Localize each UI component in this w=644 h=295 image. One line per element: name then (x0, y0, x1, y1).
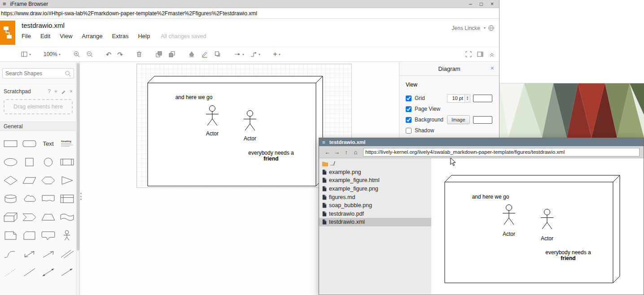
zoom-out-button[interactable] (86, 49, 93, 60)
cube-shape[interactable]: and here we go (148, 76, 323, 186)
insert-button[interactable]: + ▾ (273, 49, 280, 60)
shape-bidirectional-connector[interactable] (39, 263, 57, 282)
grid-color-swatch[interactable] (473, 95, 492, 102)
shape-document[interactable] (39, 190, 57, 208)
delete-button[interactable] (136, 49, 143, 60)
file-item[interactable]: figures.md (319, 193, 431, 201)
scratchpad-edit-icon[interactable] (61, 89, 66, 94)
scratchpad-close-icon[interactable]: × (70, 88, 73, 95)
minimize-button[interactable]: – (469, 1, 472, 7)
background-image-button[interactable]: Image (447, 115, 470, 124)
scratchpad-dropzone[interactable]: Drag elements here (4, 99, 73, 114)
shape-callout[interactable] (39, 226, 57, 245)
menu-file[interactable]: File (22, 33, 31, 39)
shape-textbox[interactable]: Heading (57, 134, 76, 153)
menu-extras[interactable]: Extras (112, 33, 129, 39)
section-general[interactable]: General (0, 121, 76, 131)
shape-triangle[interactable] (57, 171, 76, 190)
shape-trapezoid[interactable] (39, 208, 57, 226)
menu-arrange[interactable]: Arrange (82, 33, 102, 39)
shape-rectangle[interactable] (1, 134, 20, 153)
fill-color-button[interactable] (188, 49, 195, 60)
shape-text[interactable]: Text (39, 134, 57, 153)
scrollbar-thumb[interactable] (77, 63, 79, 251)
shape-curve[interactable] (1, 245, 20, 263)
zoom-select[interactable]: 100% ▾ (44, 49, 61, 60)
menu-help[interactable]: Help (138, 33, 150, 39)
shadow-checkbox[interactable] (406, 128, 412, 134)
shape-actor[interactable] (57, 226, 76, 245)
undo-button[interactable]: ↶ (106, 49, 112, 60)
shape-ellipse[interactable] (1, 153, 20, 171)
menu-view[interactable]: View (60, 33, 72, 39)
file-browser-titlebar[interactable]: ≡ testdrawio.xml (319, 138, 644, 146)
background-color-swatch[interactable] (473, 116, 492, 124)
browser-url-field[interactable] (0, 8, 499, 19)
shape-step[interactable] (20, 208, 39, 226)
back-button[interactable]: ← (323, 149, 332, 156)
shape-circle[interactable] (39, 153, 57, 171)
fit-page-button[interactable] (465, 49, 472, 60)
shape-parallelogram[interactable] (20, 171, 39, 190)
file-item[interactable]: example_figure.html (319, 176, 431, 185)
page-view-checkbox[interactable] (406, 106, 412, 112)
window-titlebar[interactable]: ≡ iFrame Browser – □ × (0, 0, 499, 8)
hamburger-icon[interactable]: ≡ (3, 0, 6, 7)
scratchpad-add-icon[interactable]: + (54, 88, 57, 95)
forward-button[interactable]: → (332, 149, 342, 156)
shape-dashed-line[interactable] (1, 263, 20, 282)
shape-hexagon[interactable] (39, 171, 57, 190)
shape-rounded-rectangle[interactable] (20, 134, 39, 153)
sidebar-resize-handle[interactable] (80, 193, 83, 200)
shape-arrow[interactable] (39, 245, 57, 263)
page-view-button[interactable]: ▾ (21, 49, 31, 60)
hamburger-icon[interactable]: ≡ (322, 139, 325, 145)
shape-link[interactable] (57, 245, 76, 263)
file-item-selected[interactable]: testdrawio.xml (319, 218, 431, 226)
shape-square[interactable] (20, 153, 39, 171)
file-item[interactable]: soap_bubble.png (319, 201, 431, 210)
format-panel-toggle[interactable] (477, 49, 484, 60)
shape-bidirectional-arrow[interactable] (20, 245, 39, 263)
file-item-parent[interactable]: ../ (319, 160, 431, 168)
file-item[interactable]: example_figure.png (319, 185, 431, 193)
waypoint-style-button[interactable]: ▾ (250, 49, 260, 60)
background-checkbox[interactable] (406, 117, 412, 123)
zoom-in-button[interactable] (73, 49, 80, 60)
home-button[interactable]: ⌂ (351, 149, 360, 156)
to-back-button[interactable] (168, 49, 175, 60)
user-name[interactable]: Jens Lincke (452, 25, 480, 31)
format-close-icon[interactable]: × (491, 65, 494, 72)
shape-cloud[interactable] (20, 190, 39, 208)
scratchpad-help-icon[interactable]: ? (48, 88, 51, 95)
maximize-button[interactable]: □ (480, 1, 483, 7)
to-front-button[interactable] (155, 49, 162, 60)
shape-process[interactable] (57, 153, 76, 171)
file-item[interactable]: example.png (319, 168, 431, 177)
shape-cylinder[interactable] (1, 190, 20, 208)
file-browser-url-field[interactable] (363, 148, 640, 156)
close-button[interactable]: × (491, 1, 494, 7)
shape-card[interactable] (20, 226, 39, 245)
file-item[interactable]: testdrawio.pdf (319, 210, 431, 218)
shape-cube[interactable] (1, 208, 20, 226)
shape-line[interactable] (20, 263, 39, 282)
grid-size-input[interactable]: 10 pt (447, 94, 465, 103)
line-color-button[interactable] (201, 49, 208, 60)
search-shapes-input[interactable] (2, 68, 74, 78)
shape-directional-connector[interactable] (57, 263, 76, 282)
shape-diamond[interactable] (1, 171, 20, 190)
shape-internal-storage[interactable] (57, 190, 76, 208)
connection-style-button[interactable]: ▾ (234, 49, 244, 60)
collapse-toolbar-button[interactable] (488, 49, 495, 60)
menu-edit[interactable]: Edit (40, 33, 50, 39)
shape-tape[interactable] (57, 208, 76, 226)
shape-note[interactable] (1, 226, 20, 245)
up-button[interactable]: ↑ (342, 149, 351, 156)
grid-checkbox[interactable] (406, 95, 412, 101)
tab-diagram[interactable]: Diagram (438, 65, 460, 72)
grid-size-stepper[interactable]: ▴▾ (465, 94, 470, 103)
language-globe-icon[interactable] (488, 25, 495, 31)
redo-button[interactable]: ↷ (117, 49, 123, 60)
sidebar-scrollbar[interactable] (76, 62, 79, 295)
